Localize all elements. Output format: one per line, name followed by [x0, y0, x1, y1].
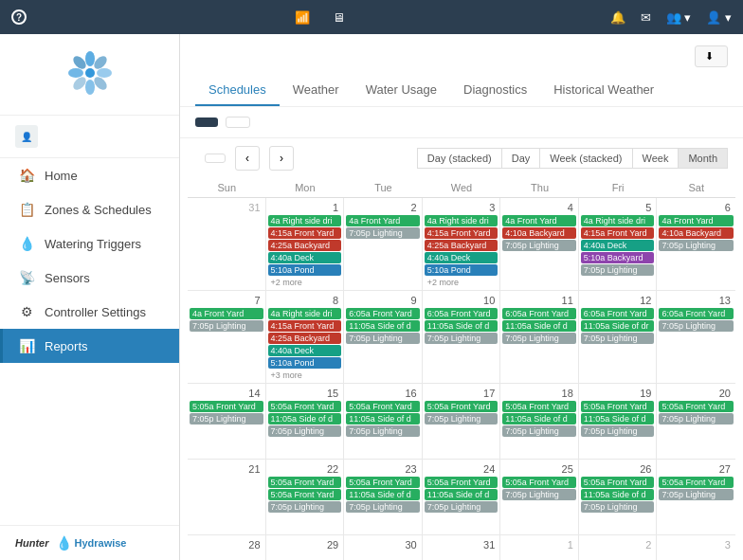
- today-button[interactable]: [205, 154, 226, 163]
- calendar-cell[interactable]: 14a Right side dri4:15a Front Yard4:25a …: [266, 198, 345, 291]
- calendar-event[interactable]: 7:05p Lighting: [581, 425, 655, 437]
- calendar-event[interactable]: 5:10a Pond: [425, 264, 498, 276]
- calendar-event[interactable]: 4:40a Deck: [581, 240, 655, 251]
- calendar-event[interactable]: 4:10a Backyard: [502, 227, 576, 239]
- calendar-cell[interactable]: 136:05a Front Yard7:05p Lighting: [657, 291, 735, 384]
- sidebar-item-zones[interactable]: 📋 Zones & Schedules: [0, 192, 179, 226]
- calendar-cell[interactable]: 54a Right side dri4:15a Front Yard4:40a …: [579, 198, 658, 291]
- calendar-cell[interactable]: 235:05a Front Yard11:05a Side of d7:05p …: [344, 460, 423, 535]
- calendar-event[interactable]: 4:40a Deck: [425, 252, 498, 263]
- more-events-link[interactable]: +3 more: [268, 370, 342, 381]
- calendar-event[interactable]: 4:15a Front Yard: [425, 227, 498, 239]
- calendar-event[interactable]: 4:25a Backyard: [425, 240, 498, 251]
- calendar-cell[interactable]: 106:05a Front Yard11:05a Side of d7:05p …: [423, 291, 501, 384]
- calendar-event[interactable]: 11:05a Side of d: [581, 413, 655, 425]
- calendar-event[interactable]: 11:05a Side of d: [268, 413, 342, 425]
- calendar-cell[interactable]: 96:05a Front Yard11:05a Side of d7:05p L…: [344, 291, 423, 384]
- calendar-cell[interactable]: 31: [423, 535, 501, 560]
- calendar-cell[interactable]: 1: [500, 535, 579, 560]
- calendar-event[interactable]: 7:05p Lighting: [502, 425, 576, 437]
- calendar-event[interactable]: 5:05a Front Yard: [190, 401, 263, 412]
- calendar-event[interactable]: 7:05p Lighting: [425, 413, 498, 425]
- tab-schedules[interactable]: Schedules: [195, 75, 280, 106]
- watering-history-button[interactable]: [226, 117, 250, 128]
- view-day-stacked[interactable]: Day (stacked): [417, 148, 501, 169]
- calendar-cell[interactable]: 275:05a Front Yard7:05p Lighting: [657, 460, 735, 535]
- calendar-event[interactable]: 5:10a Pond: [268, 357, 342, 369]
- calendar-cell[interactable]: 21: [188, 460, 266, 535]
- tab-diagnostics[interactable]: Diagnostics: [450, 75, 540, 106]
- calendar-cell[interactable]: 185:05a Front Yard11:05a Side of d7:05p …: [500, 384, 579, 460]
- users-icon[interactable]: 👥 ▾: [666, 10, 692, 25]
- calendar-event[interactable]: 4:25a Backyard: [268, 240, 342, 251]
- calendar-event[interactable]: 6:05a Front Yard: [659, 308, 734, 319]
- calendar-cell[interactable]: 255:05a Front Yard7:05p Lighting: [500, 460, 579, 535]
- calendar-event[interactable]: 4:15a Front Yard: [268, 227, 342, 239]
- calendar-event[interactable]: 5:10a Backyard: [581, 252, 655, 263]
- sidebar-item-sensors[interactable]: 📡 Sensors: [0, 261, 179, 295]
- calendar-event[interactable]: 7:05p Lighting: [581, 333, 655, 344]
- calendar-cell[interactable]: 28: [188, 535, 266, 560]
- view-day[interactable]: Day: [501, 148, 540, 169]
- calendar-event[interactable]: 4:40a Deck: [268, 345, 342, 356]
- calendar-event[interactable]: 7:05p Lighting: [425, 333, 498, 344]
- calendar-event[interactable]: 5:05a Front Yard: [659, 401, 734, 412]
- tab-weather[interactable]: Weather: [280, 75, 353, 106]
- calendar-event[interactable]: 4a Front Yard: [346, 215, 420, 226]
- view-week-stacked[interactable]: Week (stacked): [539, 148, 631, 169]
- calendar-event[interactable]: 5:05a Front Yard: [425, 401, 498, 412]
- calendar-event[interactable]: 4:15a Front Yard: [268, 320, 342, 332]
- calendar-event[interactable]: 7:05p Lighting: [659, 489, 734, 500]
- calendar-event[interactable]: 4:10a Backyard: [659, 227, 734, 239]
- calendar-event[interactable]: 7:05p Lighting: [346, 227, 420, 239]
- calendar-event[interactable]: 5:05a Front Yard: [268, 489, 342, 500]
- calendar-event[interactable]: 7:05p Lighting: [581, 264, 655, 276]
- calendar-cell[interactable]: 24a Front Yard7:05p Lighting: [344, 198, 423, 291]
- next-month-button[interactable]: ›: [269, 146, 294, 171]
- calendar-event[interactable]: 7:05p Lighting: [425, 501, 498, 513]
- calendar-cell[interactable]: 3: [657, 535, 735, 560]
- calendar-cell[interactable]: 175:05a Front Yard7:05p Lighting: [423, 384, 501, 460]
- download-button[interactable]: ⬇: [695, 45, 728, 67]
- tab-water-usage[interactable]: Water Usage: [353, 75, 450, 106]
- calendar-event[interactable]: 4a Front Yard: [190, 308, 263, 319]
- calendar-event[interactable]: 5:05a Front Yard: [502, 401, 576, 412]
- calendar-cell[interactable]: 64a Front Yard4:10a Backyard7:05p Lighti…: [657, 198, 735, 291]
- calendar-cell[interactable]: 84a Right side dri4:15a Front Yard4:25a …: [266, 291, 345, 384]
- calendar-cell[interactable]: 245:05a Front Yard11:05a Side of d7:05p …: [423, 460, 501, 535]
- calendar-cell[interactable]: 44a Front Yard4:10a Backyard7:05p Lighti…: [500, 198, 579, 291]
- calendar-event[interactable]: 7:05p Lighting: [659, 320, 734, 332]
- calendar-event[interactable]: 11:05a Side of d: [425, 489, 498, 500]
- calendar-event[interactable]: 4a Right side dri: [581, 215, 655, 226]
- prev-month-button[interactable]: ‹: [235, 146, 260, 171]
- calendar-event[interactable]: 6:05a Front Yard: [502, 308, 576, 319]
- calendar-event[interactable]: 5:10a Pond: [268, 264, 342, 276]
- calendar-event[interactable]: 4a Right side dri: [268, 308, 342, 319]
- tab-historical[interactable]: Historical Weather: [540, 75, 667, 106]
- calendar-event[interactable]: 5:05a Front Yard: [581, 477, 655, 488]
- view-month[interactable]: Month: [678, 148, 728, 169]
- calendar-cell[interactable]: 155:05a Front Yard11:05a Side of d7:05p …: [266, 384, 345, 460]
- calendar-event[interactable]: 4a Front Yard: [659, 215, 734, 226]
- calendar-event[interactable]: 7:05p Lighting: [346, 333, 420, 344]
- calendar-event[interactable]: 6:05a Front Yard: [425, 308, 498, 319]
- calendar-event[interactable]: 7:05p Lighting: [502, 489, 576, 500]
- bell-icon[interactable]: 🔔: [610, 10, 625, 25]
- calendar-cell[interactable]: 74a Front Yard7:05p Lighting: [188, 291, 266, 384]
- calendar-cell[interactable]: 116:05a Front Yard11:05a Side of d7:05p …: [500, 291, 579, 384]
- calendar-cell[interactable]: 2: [579, 535, 658, 560]
- calendar-event[interactable]: 7:05p Lighting: [268, 501, 342, 513]
- user-icon[interactable]: 👤 ▾: [706, 10, 732, 25]
- calendar-cell[interactable]: 145:05a Front Yard7:05p Lighting: [188, 384, 266, 460]
- calendar-event[interactable]: 4:40a Deck: [268, 252, 342, 263]
- watering-schedule-button[interactable]: [195, 117, 218, 127]
- calendar-event[interactable]: 5:05a Front Yard: [502, 477, 576, 488]
- calendar-event[interactable]: 4a Front Yard: [502, 215, 576, 226]
- calendar-event[interactable]: 5:05a Front Yard: [268, 477, 342, 488]
- calendar-event[interactable]: 7:05p Lighting: [659, 240, 734, 251]
- calendar-event[interactable]: 7:05p Lighting: [268, 425, 342, 437]
- calendar-cell[interactable]: 165:05a Front Yard11:05a Side of d7:05p …: [344, 384, 423, 460]
- more-events-link[interactable]: +2 more: [268, 277, 342, 288]
- calendar-event[interactable]: 7:05p Lighting: [190, 320, 263, 332]
- calendar-event[interactable]: 7:05p Lighting: [346, 425, 420, 437]
